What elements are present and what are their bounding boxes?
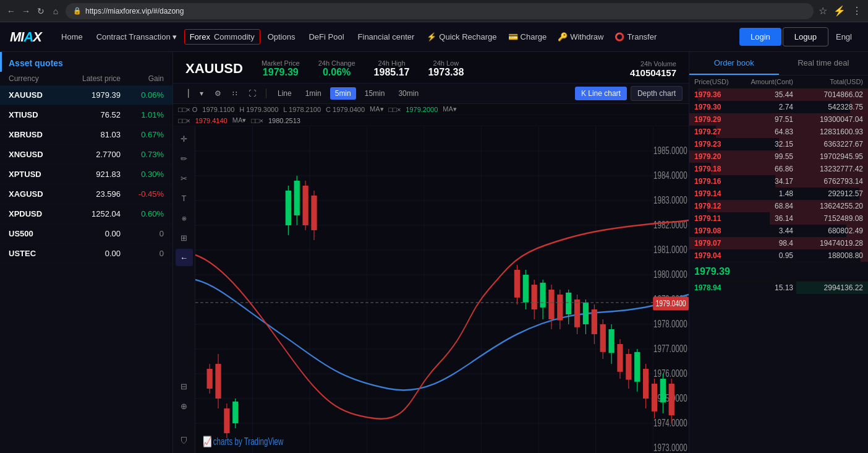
star-icon[interactable]: ☆	[819, 5, 827, 17]
order-price: 1979.36	[694, 90, 744, 99]
tf-15min[interactable]: 15min	[360, 87, 390, 100]
back-btn[interactable]: ←	[6, 6, 16, 16]
nav-commodity[interactable]: Commodity	[214, 32, 255, 41]
svg-rect-75	[617, 344, 623, 372]
sidebar-gain: 0.06%	[121, 90, 164, 100]
zoom-in-tool[interactable]: ⊕	[176, 397, 193, 415]
sidebar-gain: -0.45%	[121, 189, 164, 199]
svg-rect-59	[548, 290, 554, 319]
order-amount: 2.74	[744, 103, 793, 111]
market-price-stat: Market Price 1979.39	[262, 59, 300, 78]
sidebar-price: 76.52	[65, 110, 121, 119]
tf-1min[interactable]: 1min	[300, 87, 326, 100]
url-bar[interactable]: 🔒 https://miaxforex.vip/#/dazong	[66, 3, 814, 19]
sidebar-price: 1979.39	[65, 90, 121, 100]
indicator-btn[interactable]: ∷	[229, 87, 241, 100]
sidebar-gain: 0	[121, 249, 164, 258]
sidebar-row[interactable]: US500 0.00 0	[0, 224, 172, 244]
sell-order-row: 1979.11 36.14 7152489.08	[689, 212, 868, 225]
sidebar-row[interactable]: XAUUSD 1979.39 0.06%	[0, 85, 172, 105]
nav-financial[interactable]: Financial center	[352, 28, 421, 45]
svg-rect-35	[207, 369, 213, 389]
tf-5min[interactable]: 5min	[330, 87, 356, 100]
order-price: 1979.29	[694, 115, 744, 124]
sidebar-row[interactable]: XTIUSD 76.52 1.01%	[0, 105, 172, 125]
nav-quick-recharge[interactable]: ⚡ Quick Recharge	[422, 28, 501, 45]
sell-order-row: 1979.14 1.48 292912.57	[689, 188, 868, 200]
sidebar-row[interactable]: XBRUSD 81.03 0.67%	[0, 125, 172, 145]
menu-icon[interactable]: ⋮	[852, 5, 862, 17]
node-tool[interactable]: ⎈	[176, 209, 193, 226]
draw-tool[interactable]: ✏	[176, 150, 193, 167]
svg-rect-39	[224, 408, 229, 433]
nav-defi[interactable]: DeFi Pool	[302, 28, 350, 45]
sidebar-price: 23.596	[65, 189, 121, 199]
order-price: 1979.08	[694, 226, 744, 235]
change-stat: 24h Change 0.06%	[318, 59, 355, 78]
sidebar-price: 1252.04	[65, 209, 121, 218]
candle-tool[interactable]: ▕	[179, 87, 192, 100]
extensions-icon[interactable]: ⚡	[833, 5, 846, 17]
svg-rect-79	[634, 352, 640, 382]
svg-rect-55	[532, 285, 537, 309]
order-price: 1979.07	[694, 239, 744, 248]
home-btn[interactable]: ⌂	[51, 6, 61, 16]
arrow-tool[interactable]: ←	[176, 249, 193, 266]
svg-rect-85	[660, 379, 666, 402]
svg-rect-51	[514, 270, 520, 298]
text-tool[interactable]: T	[176, 189, 193, 207]
sell-order-row: 1979.04 0.95 188008.80	[689, 249, 868, 262]
nav-options[interactable]: Options	[262, 28, 302, 45]
nav-forex[interactable]: Forex	[190, 32, 210, 41]
sidebar-row[interactable]: XPTUSD 921.83 0.30%	[0, 165, 172, 184]
sidebar-gain: 1.01%	[121, 110, 164, 119]
tab-realtime-deal[interactable]: Real time deal	[779, 52, 869, 75]
sidebar-row[interactable]: XNGUSD 2.7700 0.73%	[0, 145, 172, 165]
sidebar-currency: XPTUSD	[9, 170, 65, 179]
nav-charge[interactable]: 💳 Charge	[503, 28, 552, 45]
sell-order-row: 1979.23 32.15 6363227.67	[689, 138, 868, 150]
sidebar-currency: XTIUSD	[9, 110, 65, 119]
col-total-header: Total(USD)	[793, 78, 863, 85]
nav-lang[interactable]: Engl	[830, 28, 858, 45]
tf-line[interactable]: Line	[273, 87, 297, 100]
depth-chart-btn[interactable]: Depth chart	[631, 86, 683, 101]
tab-order-book[interactable]: Order book	[689, 52, 779, 75]
scissors-tool[interactable]: ✂	[176, 170, 193, 187]
low-value: 1973.38	[428, 67, 464, 78]
order-amount: 34.17	[744, 177, 793, 186]
order-amount: 99.55	[744, 152, 793, 161]
sell-order-row: 1979.29 97.51 19300047.04	[689, 113, 868, 126]
sell-order-row: 1979.12 68.84 13624255.20	[689, 200, 868, 212]
grid-tool[interactable]: ⊞	[176, 229, 193, 246]
forward-btn[interactable]: →	[21, 6, 31, 16]
kline-chart-btn[interactable]: K Line chart	[575, 87, 627, 100]
nav-contract[interactable]: Contract Transaction ▾	[90, 28, 183, 45]
bottom-tool[interactable]: ⊟	[176, 378, 193, 395]
order-price: 1979.30	[694, 103, 744, 111]
logup-button[interactable]: Logup	[783, 27, 828, 46]
nav-withdraw[interactable]: 🔑 Withdraw	[553, 28, 608, 45]
login-button[interactable]: Login	[739, 28, 781, 46]
svg-rect-49	[311, 196, 317, 230]
candle-dropdown[interactable]: ▾	[196, 87, 207, 100]
fullscreen-btn[interactable]: ⛶	[245, 87, 260, 100]
tf-30min[interactable]: 30min	[393, 87, 423, 100]
svg-text:1983.0000: 1983.0000	[653, 194, 687, 205]
sidebar-price: 0.00	[65, 249, 121, 258]
bookmark-tool[interactable]: ⛉	[176, 432, 193, 449]
order-total: 6762793.14	[793, 177, 863, 186]
sell-order-row: 1979.20 99.55 19702945.95	[689, 150, 868, 163]
reload-btn[interactable]: ↻	[36, 6, 46, 16]
nav-home[interactable]: Home	[55, 28, 89, 45]
svg-rect-73	[608, 329, 614, 353]
order-price: 1979.04	[694, 251, 744, 260]
svg-rect-43	[286, 191, 291, 225]
nav-transfer[interactable]: ⭕ Transfer	[610, 28, 662, 45]
sidebar-row[interactable]: XPDUSD 1252.04 0.60%	[0, 204, 172, 224]
sidebar-row[interactable]: USTEC 0.00 0	[0, 244, 172, 264]
crosshair-tool[interactable]: ✛	[176, 130, 193, 147]
sidebar-row[interactable]: XAGUSD 23.596 -0.45%	[0, 184, 172, 204]
settings-btn[interactable]: ⚙	[211, 87, 225, 100]
col-amount-header: Amount(Cont)	[744, 78, 793, 85]
